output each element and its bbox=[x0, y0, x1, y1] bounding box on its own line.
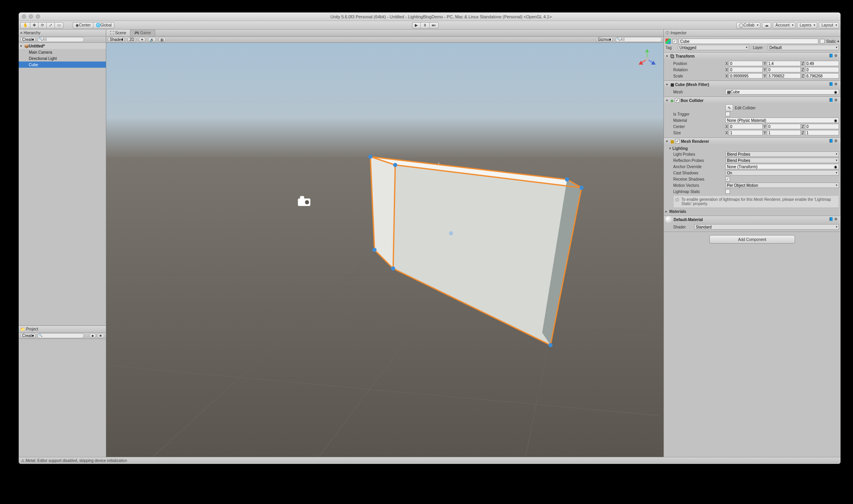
gear-icon[interactable]: ⚙ bbox=[834, 139, 839, 144]
hierarchy-tab[interactable]: ≡Hierarchy bbox=[19, 30, 106, 37]
scale-y-input[interactable] bbox=[767, 73, 801, 79]
shader-dropdown[interactable]: Standard bbox=[694, 224, 839, 230]
play-button[interactable]: ▶ bbox=[412, 22, 420, 28]
meshrenderer-component-header[interactable]: ▼▦Mesh Renderer 📘⚙ bbox=[664, 138, 841, 145]
step-button[interactable]: ⏭ bbox=[429, 22, 439, 28]
scene-tab[interactable]: ⛶ Scene bbox=[106, 30, 130, 36]
castshadows-dropdown[interactable]: On bbox=[725, 170, 839, 176]
scale-x-input[interactable] bbox=[729, 73, 763, 79]
material-header[interactable]: Default-Material 📘⚙ bbox=[664, 216, 841, 223]
layers-dropdown[interactable]: Layers bbox=[797, 22, 817, 28]
hand-tool-button[interactable]: ✋ bbox=[20, 22, 30, 28]
svg-point-36 bbox=[645, 57, 649, 61]
rotation-x-input[interactable] bbox=[729, 67, 763, 72]
meshrenderer-enable-checkbox[interactable] bbox=[675, 139, 680, 144]
audio-toggle[interactable]: 🔊 bbox=[148, 37, 156, 42]
svg-rect-17 bbox=[300, 196, 304, 200]
pause-button[interactable]: ⏸ bbox=[420, 22, 429, 28]
rotation-z-input[interactable] bbox=[805, 67, 839, 72]
collider-size-x[interactable] bbox=[729, 130, 763, 135]
favorites-icon[interactable]: ★ bbox=[89, 333, 96, 338]
project-create-dropdown[interactable]: Create bbox=[20, 333, 36, 338]
scene-row[interactable]: ▾📦 Untitled* bbox=[19, 43, 106, 49]
hierarchy-item-directional-light[interactable]: Directional Light bbox=[19, 55, 106, 61]
hierarchy-item-main-camera[interactable]: Main Camera bbox=[19, 49, 106, 55]
move-tool-button[interactable]: ✥ bbox=[30, 22, 38, 28]
svg-point-24 bbox=[579, 186, 584, 190]
pivot-center-button[interactable]: ◉ Center bbox=[73, 22, 93, 28]
help-icon[interactable]: 📘 bbox=[829, 98, 834, 103]
fx-toggle[interactable]: ▥ bbox=[158, 37, 166, 42]
transform-component-header[interactable]: ▼⿻Transform 📘⚙ bbox=[664, 53, 841, 60]
boxcollider-enable-checkbox[interactable] bbox=[675, 98, 679, 103]
svg-marker-31 bbox=[645, 49, 649, 52]
position-x-input[interactable] bbox=[729, 61, 763, 66]
lightprobes-dropdown[interactable]: Blend Probes bbox=[725, 151, 839, 157]
orientation-gizmo[interactable] bbox=[635, 47, 659, 71]
collab-dropdown[interactable]: ◯ Collab bbox=[736, 22, 760, 28]
help-icon[interactable]: 📘 bbox=[829, 217, 834, 222]
gear-icon[interactable]: ⚙ bbox=[834, 217, 839, 222]
collider-center-z[interactable] bbox=[805, 124, 839, 129]
hierarchy-item-cube[interactable]: Cube bbox=[19, 61, 106, 68]
2d-toggle[interactable]: 2D bbox=[127, 37, 136, 42]
mesh-field[interactable]: ▦ Cube◉ bbox=[725, 89, 839, 95]
active-checkbox[interactable] bbox=[672, 39, 677, 44]
scale-z-input[interactable] bbox=[805, 73, 839, 79]
scene-viewport[interactable] bbox=[106, 43, 663, 457]
meshfilter-component-header[interactable]: ▼▦Cube (Mesh Filter) 📘⚙ bbox=[664, 81, 841, 88]
scene-search-input[interactable]: All bbox=[615, 37, 662, 42]
collider-size-z[interactable] bbox=[805, 130, 839, 135]
reflectionprobes-dropdown[interactable]: Blend Probes bbox=[725, 158, 839, 163]
gear-icon[interactable]: ⚙ bbox=[834, 98, 839, 103]
receive-shadows-checkbox[interactable] bbox=[725, 177, 730, 181]
collider-size-y[interactable] bbox=[767, 130, 801, 135]
lightmap-static-checkbox[interactable] bbox=[725, 189, 730, 194]
gizmos-dropdown[interactable]: Gizmos bbox=[596, 37, 613, 42]
help-icon[interactable]: 📘 bbox=[829, 54, 834, 58]
layout-dropdown[interactable]: Layout bbox=[819, 22, 839, 28]
position-z-input[interactable] bbox=[805, 61, 839, 66]
tag-dropdown[interactable]: Untagged bbox=[678, 45, 749, 50]
visibility-icon[interactable]: 👁 bbox=[97, 333, 104, 338]
static-checkbox[interactable] bbox=[820, 39, 825, 44]
help-icon[interactable]: 📘 bbox=[829, 139, 834, 144]
window-titlebar: Unity 5.6.0f3 Personal (64bit) - Untitle… bbox=[19, 12, 841, 21]
scale-tool-button[interactable]: ⤢ bbox=[46, 22, 54, 28]
anchor-override-field[interactable]: None (Transform)◉ bbox=[725, 164, 839, 169]
position-y-input[interactable] bbox=[767, 61, 801, 66]
edit-collider-button-icon[interactable]: ✎ bbox=[725, 104, 733, 111]
gear-icon[interactable]: ⚙ bbox=[834, 54, 839, 58]
physic-material-field[interactable]: None (Physic Material)◉ bbox=[725, 118, 839, 123]
project-tab[interactable]: 📁Project bbox=[19, 326, 106, 333]
inspector-tab[interactable]: ⓘInspector bbox=[664, 30, 841, 37]
hierarchy-search-input[interactable]: All bbox=[37, 37, 84, 42]
cloud-button[interactable]: ☁ bbox=[762, 22, 771, 28]
pivot-global-button[interactable]: 🌐 Global bbox=[93, 22, 114, 28]
project-search-input[interactable] bbox=[37, 333, 84, 338]
gear-icon[interactable]: ⚙ bbox=[834, 82, 839, 87]
svg-point-25 bbox=[548, 343, 553, 347]
object-name-input[interactable] bbox=[679, 39, 818, 44]
collider-center-y[interactable] bbox=[767, 124, 801, 129]
add-component-button[interactable]: Add Component bbox=[709, 235, 795, 244]
rect-tool-button[interactable]: ▭ bbox=[54, 22, 63, 28]
shading-mode-dropdown[interactable]: Shaded bbox=[108, 37, 125, 42]
svg-point-27 bbox=[372, 248, 377, 252]
close-icon[interactable] bbox=[22, 14, 26, 19]
help-icon[interactable]: 📘 bbox=[829, 82, 834, 87]
game-tab[interactable]: 🎮 Game bbox=[130, 30, 155, 36]
rotation-y-input[interactable] bbox=[767, 67, 801, 72]
istrigger-checkbox[interactable] bbox=[725, 112, 730, 116]
maximize-icon[interactable] bbox=[36, 14, 40, 19]
rotate-tool-button[interactable]: ⟳ bbox=[38, 22, 46, 28]
minimize-icon[interactable] bbox=[29, 14, 33, 19]
collider-center-x[interactable] bbox=[729, 124, 763, 129]
lighting-toggle[interactable]: ☀ bbox=[139, 37, 146, 42]
account-dropdown[interactable]: Account bbox=[773, 22, 795, 28]
hierarchy-create-dropdown[interactable]: Create bbox=[20, 37, 36, 42]
motionvectors-dropdown[interactable]: Per Object Motion bbox=[725, 183, 839, 188]
layer-dropdown[interactable]: Default bbox=[768, 45, 839, 50]
boxcollider-component-header[interactable]: ▼◆Box Collider 📘⚙ bbox=[664, 97, 841, 104]
gameobject-icon bbox=[665, 39, 671, 44]
